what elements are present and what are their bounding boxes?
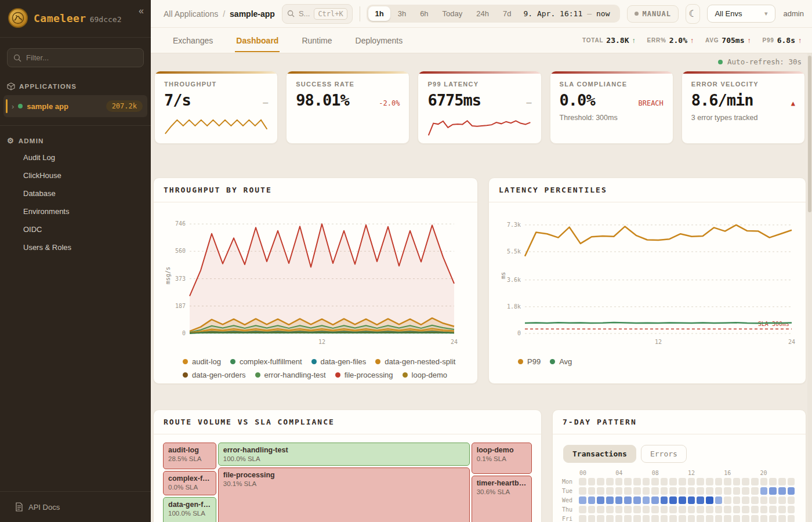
- heatmap-cell[interactable]: [633, 496, 641, 504]
- heatmap-cell[interactable]: [661, 496, 668, 504]
- time-range-6h[interactable]: 6h: [414, 6, 434, 21]
- datetime-range[interactable]: 9. Apr. 16:11 — now: [519, 6, 618, 21]
- heatmap-cell[interactable]: [742, 496, 749, 504]
- sidebar-item-users-roles[interactable]: Users & Roles: [0, 238, 151, 256]
- env-select[interactable]: All Envs ▾: [707, 5, 775, 23]
- heatmap-cell[interactable]: [606, 506, 614, 513]
- heatmap-cell[interactable]: [624, 478, 632, 485]
- legend-item-try-catch-test[interactable]: try-catch-test: [252, 383, 305, 384]
- global-search-input[interactable]: S... Ctrl+K: [282, 4, 353, 24]
- heatmap-cell[interactable]: [688, 506, 695, 513]
- heatmap-cell[interactable]: [615, 496, 623, 504]
- heatmap-cell[interactable]: [579, 515, 586, 522]
- heatmap-cell[interactable]: [633, 506, 641, 513]
- heatmap-cell[interactable]: [751, 487, 759, 495]
- heatmap-cell[interactable]: [688, 496, 695, 504]
- heatmap-cell[interactable]: [724, 478, 731, 485]
- legend-item-avg[interactable]: Avg: [550, 357, 572, 367]
- heatmap-cell[interactable]: [724, 506, 731, 513]
- heatmap-cell[interactable]: [588, 506, 596, 513]
- user-label[interactable]: admin: [784, 9, 804, 18]
- manual-refresh-button[interactable]: MANUAL: [627, 5, 679, 23]
- heatmap-cell[interactable]: [643, 515, 650, 522]
- heatmap-cell[interactable]: [706, 506, 713, 513]
- tab-runtime[interactable]: Runtime: [300, 29, 333, 52]
- heatmap-cell[interactable]: [688, 478, 695, 485]
- dark-mode-toggle[interactable]: ☾: [686, 4, 701, 24]
- heatmap-cell[interactable]: [651, 478, 659, 485]
- heatmap-cell[interactable]: [778, 478, 786, 485]
- heatmap-cell[interactable]: [760, 515, 768, 522]
- heatmap-cell[interactable]: [733, 496, 741, 504]
- heatmap-cell[interactable]: [643, 506, 650, 513]
- heatmap-cell[interactable]: [643, 496, 650, 504]
- chevron-right-icon[interactable]: ›: [12, 102, 14, 111]
- heatmap-cell[interactable]: [733, 506, 741, 513]
- heatmap-cell[interactable]: [679, 506, 686, 513]
- heatmap-cell[interactable]: [715, 506, 723, 513]
- sidebar-item-environments[interactable]: Environments: [0, 202, 151, 220]
- heatmap-cell[interactable]: [661, 506, 668, 513]
- heatmap-cell[interactable]: [606, 515, 614, 522]
- heatmap-cell[interactable]: [697, 478, 704, 485]
- treemap-tile-audit-log[interactable]: audit-log28.5% SLA: [163, 443, 216, 469]
- legend-item-timer-heartbeat[interactable]: timer-heartbeat: [183, 383, 243, 384]
- heatmap-cell[interactable]: [697, 515, 704, 522]
- heatmap-cell[interactable]: [669, 496, 677, 504]
- heatmap-cell[interactable]: [769, 478, 777, 485]
- time-range-24h[interactable]: 24h: [470, 6, 495, 21]
- heatmap-cell[interactable]: [669, 478, 677, 485]
- sidebar-item-sample-app[interactable]: › sample app 207.2k: [3, 95, 147, 117]
- heatmap-cell[interactable]: [778, 496, 786, 504]
- time-range-7d[interactable]: 7d: [496, 6, 517, 21]
- filter-input[interactable]: Filter...: [7, 48, 144, 67]
- time-range-1h[interactable]: 1h: [368, 6, 390, 21]
- heatmap-cell[interactable]: [751, 515, 759, 522]
- treemap-tile-timer-heartbeat[interactable]: timer-heartbeat30.6% SLA: [472, 476, 532, 522]
- heatmap-cell[interactable]: [669, 487, 677, 495]
- heatmap-cell[interactable]: [588, 487, 596, 495]
- sidebar-item-audit-log[interactable]: Audit Log: [0, 148, 151, 166]
- legend-item-data-gen-files[interactable]: data-gen-files: [311, 357, 367, 367]
- heatmap-cell[interactable]: [679, 515, 686, 522]
- time-range-today[interactable]: Today: [436, 6, 469, 21]
- heatmap-cell[interactable]: [706, 515, 713, 522]
- heatmap-cell[interactable]: [724, 487, 731, 495]
- heatmap-cell[interactable]: [579, 487, 586, 495]
- heatmap-cell[interactable]: [697, 496, 704, 504]
- heatmap-cell[interactable]: [788, 515, 795, 522]
- heatmap-cell[interactable]: [615, 506, 623, 513]
- heatmap-cell[interactable]: [606, 487, 614, 495]
- heatmap-cell[interactable]: [597, 506, 604, 513]
- heatmap-cell[interactable]: [615, 515, 623, 522]
- heatmap-cell[interactable]: [669, 515, 677, 522]
- heatmap-cell[interactable]: [724, 496, 731, 504]
- time-range-3h[interactable]: 3h: [392, 6, 412, 21]
- heatmap-cell[interactable]: [742, 487, 749, 495]
- legend-item-p99[interactable]: P99: [518, 357, 541, 367]
- heatmap-cell[interactable]: [643, 487, 650, 495]
- legend-item-complex-fulfillment[interactable]: complex-fulfillment: [230, 357, 302, 367]
- heatmap-cell[interactable]: [624, 506, 632, 513]
- heatmap-cell[interactable]: [706, 496, 713, 504]
- heatmap-cell[interactable]: [669, 506, 677, 513]
- heatmap-cell[interactable]: [760, 487, 768, 495]
- tab-dashboard[interactable]: Dashboard: [235, 29, 280, 52]
- heatmap-cell[interactable]: [706, 478, 713, 485]
- vertical-scrollbar[interactable]: [807, 53, 812, 522]
- heatmap-cell[interactable]: [715, 496, 723, 504]
- heatmap-cell[interactable]: [651, 515, 659, 522]
- heatmap-cell[interactable]: [778, 506, 786, 513]
- heatmap-cell[interactable]: [588, 496, 596, 504]
- legend-item-data-gen-orders[interactable]: data-gen-orders: [183, 370, 246, 380]
- heatmap-cell[interactable]: [661, 478, 668, 485]
- sidebar-item-database[interactable]: Database: [0, 184, 151, 202]
- heatmap-cell[interactable]: [769, 496, 777, 504]
- sidebar-item-oidc[interactable]: OIDC: [0, 220, 151, 238]
- heatmap-cell[interactable]: [679, 487, 686, 495]
- heatmap-cell[interactable]: [624, 496, 632, 504]
- legend-item-audit-log[interactable]: audit-log: [183, 357, 221, 367]
- legend-item-data-gen-nested-split[interactable]: data-gen-nested-split: [375, 357, 455, 367]
- heatmap-cell[interactable]: [588, 478, 596, 485]
- heatmap-cell[interactable]: [688, 515, 695, 522]
